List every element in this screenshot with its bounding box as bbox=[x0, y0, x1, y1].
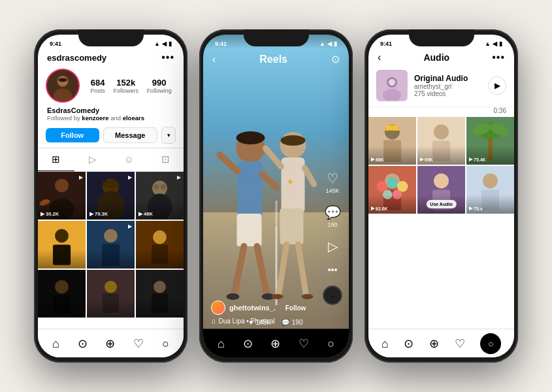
battery-icon-1: ▮ bbox=[169, 41, 172, 47]
stat-following[interactable]: 990 Following bbox=[147, 78, 172, 94]
nav-disc-audio[interactable]: ○ bbox=[480, 333, 501, 354]
nav-add-audio[interactable]: ⊕ bbox=[429, 338, 439, 350]
back-button-audio[interactable]: ‹ bbox=[378, 52, 381, 63]
tab-mentions[interactable]: ⊡ bbox=[147, 148, 184, 171]
like-count: 145K bbox=[325, 188, 339, 194]
nav-home-audio[interactable]: ⌂ bbox=[382, 338, 389, 350]
grid-item-6[interactable] bbox=[38, 270, 86, 318]
audio-grid-item-5[interactable]: ▶ 75.x bbox=[466, 166, 514, 214]
battery-icon-3: ▮ bbox=[499, 41, 502, 47]
grid-item-0[interactable]: ▶ ▶ 30.2K bbox=[38, 172, 86, 220]
audio-header: ‹ Audio ••• bbox=[368, 49, 514, 66]
svg-line-54 bbox=[298, 244, 306, 295]
use-audio-button[interactable]: Use Audio bbox=[426, 200, 456, 208]
comment-count: 190 bbox=[327, 221, 337, 228]
posts-count: 684 bbox=[90, 78, 105, 88]
svg-point-12 bbox=[103, 180, 119, 189]
audio-grid: ▶ 86K ▶ 65K bbox=[368, 117, 514, 214]
reels-comment[interactable]: 💬 190 bbox=[325, 204, 341, 228]
dancers-svg: ★ bbox=[208, 109, 332, 305]
reels-actions: ♡ 145K 💬 190 ▷ ••• ♪ bbox=[323, 171, 342, 305]
audio-grid-item-3[interactable]: ▶ 82.6K bbox=[368, 166, 416, 214]
audio-info-row: Original Audio amethyst_grl 275 videos ▶ bbox=[368, 66, 514, 107]
audio-name: Original Audio bbox=[414, 74, 481, 83]
reels-share[interactable]: ▷ bbox=[328, 238, 338, 254]
comment-stat-icon: 💬 bbox=[282, 319, 289, 326]
reels-like-stat: ♥ 145K bbox=[250, 319, 271, 326]
play-icon-0: ▶ bbox=[79, 174, 83, 180]
svg-line-51 bbox=[304, 168, 314, 184]
message-button[interactable]: Message bbox=[103, 127, 158, 143]
audio-view-count-1: ▶ 65K bbox=[420, 157, 433, 162]
stat-followers[interactable]: 152k Followers bbox=[113, 78, 138, 94]
wifi-icon-1: ◀ bbox=[162, 41, 167, 47]
nav-search-audio[interactable]: ⊙ bbox=[404, 338, 414, 350]
profile-actions: Follow Message ▾ bbox=[38, 124, 184, 148]
reels-follow-button[interactable]: Follow bbox=[285, 304, 306, 312]
svg-point-31 bbox=[105, 281, 117, 293]
audio-play-button[interactable]: ▶ bbox=[488, 76, 506, 95]
svg-line-43 bbox=[257, 246, 267, 295]
svg-point-78 bbox=[387, 178, 398, 189]
audio-grid-item-4[interactable]: Use Audio bbox=[417, 166, 465, 214]
following-label: Following bbox=[147, 88, 172, 94]
more-options-icon[interactable]: ••• bbox=[161, 52, 174, 63]
back-button-reels[interactable]: ‹ bbox=[212, 54, 216, 65]
nav-heart-reels[interactable]: ♡ bbox=[299, 338, 309, 350]
audio-view-count-3: ▶ 82.6K bbox=[371, 206, 388, 211]
tab-tagged[interactable]: ☺ bbox=[111, 148, 148, 171]
follow-button[interactable]: Follow bbox=[46, 128, 99, 142]
screen-audio: 9:41 ▲ ◀ ▮ ‹ Audio ••• bbox=[368, 35, 514, 357]
play-icon-4: ▶ bbox=[128, 223, 132, 229]
profile-username: esdrascomedy bbox=[47, 53, 106, 63]
audio-grid-item-0[interactable]: ▶ 86K bbox=[368, 117, 416, 165]
tab-grid[interactable]: ⊞ bbox=[38, 148, 74, 171]
reels-more[interactable]: ••• bbox=[328, 265, 338, 275]
audio-cover bbox=[376, 70, 408, 101]
nav-profile-reels[interactable]: ○ bbox=[327, 338, 334, 350]
svg-point-34 bbox=[154, 281, 166, 293]
nav-home-reels[interactable]: ⌂ bbox=[218, 338, 225, 350]
audio-duration: 0:36 bbox=[368, 107, 514, 117]
wifi-icon-3: ◀ bbox=[493, 41, 497, 47]
nav-heart[interactable]: ♡ bbox=[133, 338, 144, 350]
followed-by-text: Followed by kenzoere and eloears bbox=[47, 114, 174, 122]
svg-text:★: ★ bbox=[286, 177, 293, 186]
svg-rect-52 bbox=[280, 208, 303, 244]
audio-grid-item-2[interactable]: ▶ 75.4K bbox=[466, 117, 514, 165]
reels-title: Reels bbox=[259, 54, 287, 65]
nav-search[interactable]: ⊙ bbox=[78, 338, 88, 350]
nav-heart-audio[interactable]: ♡ bbox=[455, 338, 465, 350]
grid-item-7[interactable] bbox=[87, 270, 135, 318]
camera-icon[interactable]: ⊙ bbox=[331, 53, 340, 65]
reels-username[interactable]: ghettotwins_. bbox=[229, 304, 276, 312]
audio-more-icon[interactable]: ••• bbox=[492, 52, 505, 63]
notch-1 bbox=[78, 29, 144, 46]
nav-add[interactable]: ⊕ bbox=[105, 338, 115, 350]
svg-line-40 bbox=[262, 174, 276, 188]
grid-item-3[interactable] bbox=[38, 221, 86, 269]
nav-search-reels[interactable]: ⊙ bbox=[243, 338, 253, 350]
wifi-icon-2: ◀ bbox=[327, 41, 332, 47]
reels-like[interactable]: ♡ 145K bbox=[325, 171, 339, 194]
following-count: 990 bbox=[147, 78, 172, 88]
grid-item-5[interactable] bbox=[136, 221, 184, 269]
grid-item-4[interactable]: ▶ bbox=[87, 221, 135, 269]
grid-item-8[interactable] bbox=[136, 270, 184, 318]
nav-add-reels[interactable]: ⊕ bbox=[270, 338, 280, 350]
svg-point-4 bbox=[58, 78, 67, 82]
status-icons-3: ▲ ◀ ▮ bbox=[485, 41, 502, 47]
tab-reels[interactable]: ▷ bbox=[74, 148, 111, 171]
nav-profile[interactable]: ○ bbox=[162, 338, 169, 350]
audio-grid-item-1[interactable]: ▶ 65K bbox=[417, 117, 465, 165]
stat-posts[interactable]: 684 Posts bbox=[90, 78, 105, 94]
nav-home[interactable]: ⌂ bbox=[52, 338, 59, 350]
grid-item-2[interactable]: ▶ ▶ 46K bbox=[136, 172, 184, 220]
svg-line-42 bbox=[234, 246, 244, 295]
audio-view-count-0: ▶ 86K bbox=[371, 157, 384, 162]
audio-title: Audio bbox=[423, 52, 449, 63]
dropdown-button[interactable]: ▾ bbox=[161, 127, 176, 144]
grid-item-1[interactable]: ▶ ▶ 79.3K bbox=[87, 172, 135, 220]
reels-bottom-stats: ♥ 145K 💬 190 bbox=[203, 319, 349, 326]
notch-2 bbox=[244, 29, 309, 46]
